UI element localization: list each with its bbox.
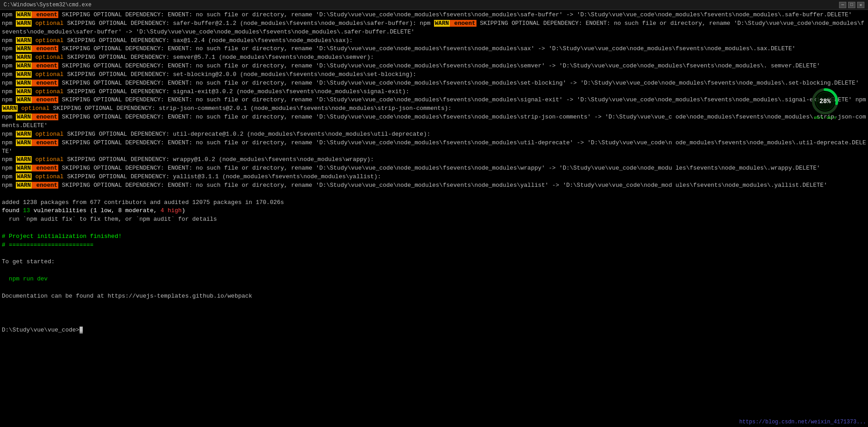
terminal-vuln-line: found 13 vulnerabilities (1 low, 8 moder… bbox=[2, 207, 866, 215]
title-bar: C:\Windows\System32\cmd.exe — □ ✕ bbox=[0, 0, 868, 10]
cpu-percent-value: 28% bbox=[819, 98, 830, 104]
bottom-link[interactable]: https://blog.csdn.net/weixin_4171373... bbox=[739, 419, 866, 425]
maximize-button[interactable]: □ bbox=[848, 2, 855, 8]
terminal-window: npm WARN enoent SKIPPING OPTIONAL DEPEND… bbox=[0, 10, 868, 427]
stat-upload: 0K/s bbox=[814, 116, 824, 120]
window-controls[interactable]: — □ ✕ bbox=[839, 2, 864, 8]
terminal-prompt: D:\Study\vue\vue_code>_ bbox=[2, 326, 866, 335]
terminal-line bbox=[2, 284, 866, 292]
stat-download: 0K/s bbox=[826, 116, 836, 120]
terminal-line bbox=[2, 224, 866, 232]
terminal-line: npm WARN optional SKIPPING OPTIONAL DEPE… bbox=[2, 37, 866, 45]
terminal-summary-line: added 1238 packages from 677 contributor… bbox=[2, 199, 866, 207]
terminal-line: npm WARN optional SKIPPING OPTIONAL DEPE… bbox=[2, 53, 866, 62]
cpu-percent-display: 28% bbox=[819, 98, 830, 104]
terminal-line: npm WARN enoent SKIPPING OPTIONAL DEPEND… bbox=[2, 79, 866, 88]
cpu-widget: 28% 0K/s 0K/s bbox=[809, 88, 841, 120]
terminal-line: npm WARN optional SKIPPING OPTIONAL DEPE… bbox=[2, 19, 866, 37]
minimize-button[interactable]: — bbox=[839, 2, 846, 8]
terminal-line: npm WARN enoent SKIPPING OPTIONAL DEPEND… bbox=[2, 139, 866, 156]
terminal-line: npm WARN optional SKIPPING OPTIONAL DEPE… bbox=[2, 130, 866, 139]
terminal-doc-line: Documentation can be found at https://vu… bbox=[2, 292, 866, 301]
terminal-npm-run: npm run dev bbox=[2, 275, 866, 284]
terminal-separator: # ======================== bbox=[2, 241, 866, 250]
terminal-line: npm WARN optional SKIPPING OPTIONAL DEPE… bbox=[2, 156, 866, 164]
window-title: C:\Windows\System32\cmd.exe bbox=[4, 2, 91, 8]
cpu-circle: 28% bbox=[811, 88, 839, 115]
terminal-line bbox=[2, 301, 866, 309]
terminal-get-started: To get started: bbox=[2, 258, 866, 266]
terminal-line bbox=[2, 250, 866, 258]
terminal-line: npm WARN enoent SKIPPING OPTIONAL DEPEND… bbox=[2, 181, 866, 190]
terminal-line: npm WARN enoent SKIPPING OPTIONAL DEPEND… bbox=[2, 62, 866, 71]
terminal-line: npm WARN enoent SKIPPING OPTIONAL DEPEND… bbox=[2, 45, 866, 53]
terminal-line bbox=[2, 309, 866, 318]
terminal-line bbox=[2, 190, 866, 199]
close-button[interactable]: ✕ bbox=[857, 2, 864, 8]
stat-download-value: 0K/s bbox=[826, 116, 836, 120]
stat-upload-value: 0K/s bbox=[814, 116, 824, 120]
terminal-line: npm WARN enoent SKIPPING OPTIONAL DEPEND… bbox=[2, 164, 866, 173]
terminal-line: npm WARN optional SKIPPING OPTIONAL DEPE… bbox=[2, 88, 866, 96]
widget-stats: 0K/s 0K/s bbox=[814, 116, 836, 120]
terminal-line: npm WARN enoent SKIPPING OPTIONAL DEPEND… bbox=[2, 113, 866, 130]
terminal-line: npm WARN enoent SKIPPING OPTIONAL DEPEND… bbox=[2, 11, 866, 19]
terminal-line: npm WARN enoent SKIPPING OPTIONAL DEPEND… bbox=[2, 96, 866, 113]
terminal-project-done: # Project initialization finished! bbox=[2, 232, 866, 241]
terminal-line bbox=[2, 318, 866, 326]
terminal-line bbox=[2, 266, 866, 275]
terminal-line: npm WARN optional SKIPPING OPTIONAL DEPE… bbox=[2, 71, 866, 79]
terminal-line: npm WARN optional SKIPPING OPTIONAL DEPE… bbox=[2, 173, 866, 181]
terminal-run-line: run `npm audit fix` to fix them, or `npm… bbox=[2, 215, 866, 224]
